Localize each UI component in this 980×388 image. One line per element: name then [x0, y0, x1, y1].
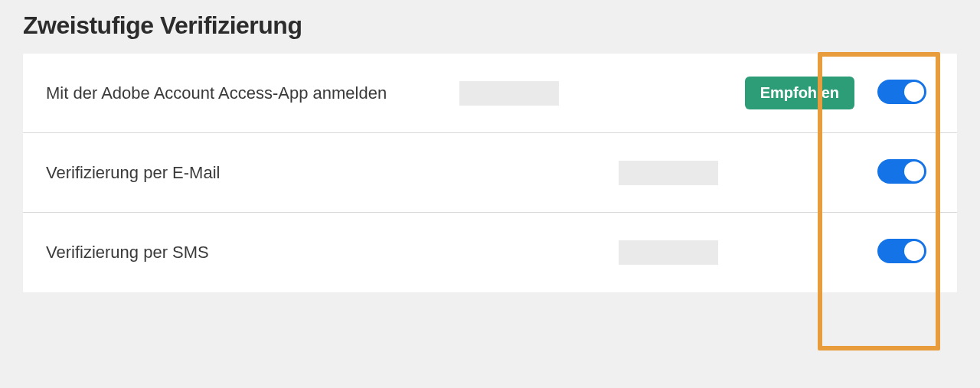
settings-container: Zweistufige Verifizierung Mit der Adobe … [0, 0, 980, 315]
placeholder-app [459, 81, 559, 106]
setting-label-app: Mit der Adobe Account Access-App anmelde… [46, 83, 444, 103]
toggle-email[interactable] [877, 159, 926, 184]
setting-row-app: Mit der Adobe Account Access-App anmelde… [23, 54, 957, 133]
setting-label-sms: Verifizierung per SMS [46, 243, 444, 262]
setting-label-email: Verifizierung per E-Mail [46, 163, 444, 183]
toggle-wrap-app [877, 80, 934, 107]
page-title: Zweistufige Verifizierung [23, 11, 957, 40]
toggle-knob-icon [904, 161, 924, 181]
toggle-knob-icon [904, 82, 924, 102]
toggle-wrap-sms [877, 239, 934, 266]
setting-row-email: Verifizierung per E-Mail [23, 133, 957, 213]
toggle-wrap-email [877, 159, 934, 187]
recommended-badge: Empfohlen [745, 77, 854, 109]
setting-row-sms: Verifizierung per SMS [23, 213, 957, 292]
toggle-sms[interactable] [877, 239, 926, 263]
settings-card: Mit der Adobe Account Access-App anmelde… [23, 54, 957, 292]
toggle-knob-icon [904, 241, 924, 261]
placeholder-email [619, 161, 718, 185]
placeholder-sms [619, 240, 718, 265]
toggle-app[interactable] [877, 80, 926, 104]
